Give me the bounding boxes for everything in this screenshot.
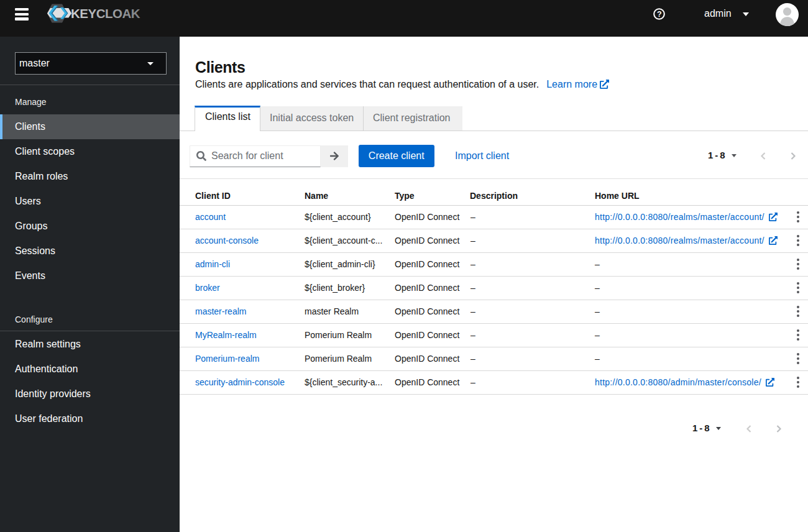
svg-text:?: ? [657, 10, 662, 19]
svg-text:KEYCLOAK: KEYCLOAK [71, 6, 140, 21]
